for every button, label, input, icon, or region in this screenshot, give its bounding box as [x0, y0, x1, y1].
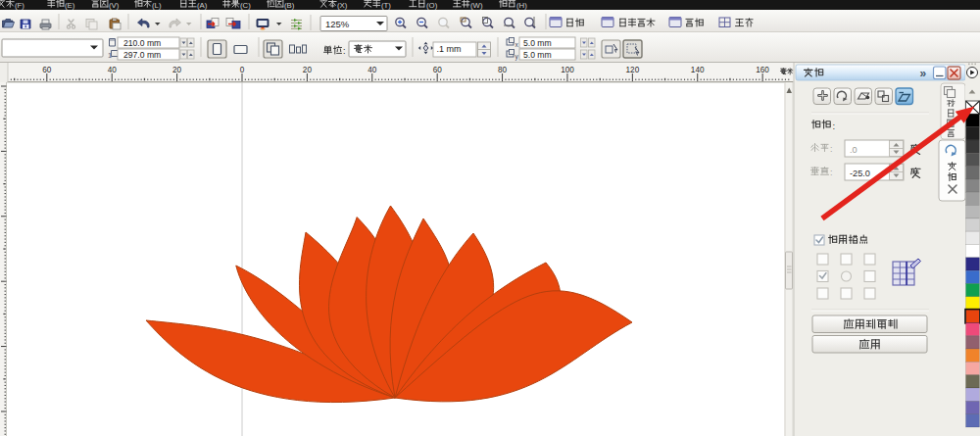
svg-text:(E): (E) [65, 1, 75, 10]
svg-text:20: 20 [303, 66, 313, 74]
svg-text::: : [830, 168, 833, 177]
svg-text:60: 60 [42, 66, 52, 74]
svg-text:(A): (A) [197, 1, 208, 10]
svg-text:.0: .0 [850, 145, 858, 155]
svg-text:80: 80 [498, 66, 508, 74]
svg-text::: : [833, 121, 836, 131]
svg-text:120: 120 [626, 66, 640, 74]
svg-text:(X): (X) [337, 1, 348, 10]
svg-text:60: 60 [433, 66, 443, 74]
svg-text:0: 0 [240, 66, 245, 74]
svg-text:40: 40 [108, 66, 118, 74]
svg-text:(L): (L) [152, 1, 162, 10]
svg-text:100: 100 [561, 66, 574, 74]
svg-text:.1 mm: .1 mm [437, 44, 462, 54]
svg-text::: : [830, 144, 833, 154]
svg-text:20: 20 [172, 66, 182, 74]
svg-text:(C): (C) [240, 1, 251, 10]
svg-text:»: » [920, 67, 927, 80]
svg-text:(B): (B) [284, 1, 295, 10]
svg-text:125%: 125% [325, 19, 350, 29]
svg-text:210.0 mm: 210.0 mm [123, 38, 161, 48]
svg-text:(O): (O) [426, 1, 438, 10]
svg-text::: : [343, 46, 346, 56]
svg-text:(T): (T) [381, 1, 391, 10]
svg-text:140: 140 [691, 66, 705, 74]
svg-text:5.0 mm: 5.0 mm [523, 50, 552, 60]
svg-text:40: 40 [368, 66, 377, 74]
svg-text:(F): (F) [15, 1, 24, 10]
svg-text:5.0 mm: 5.0 mm [523, 38, 552, 48]
svg-text:(H): (H) [516, 1, 527, 10]
svg-text:160: 160 [756, 66, 769, 74]
svg-text:(W): (W) [470, 1, 483, 10]
svg-text:(V): (V) [109, 1, 120, 10]
svg-text:297.0 mm: 297.0 mm [123, 50, 161, 60]
svg-text:-25.0: -25.0 [850, 169, 870, 178]
